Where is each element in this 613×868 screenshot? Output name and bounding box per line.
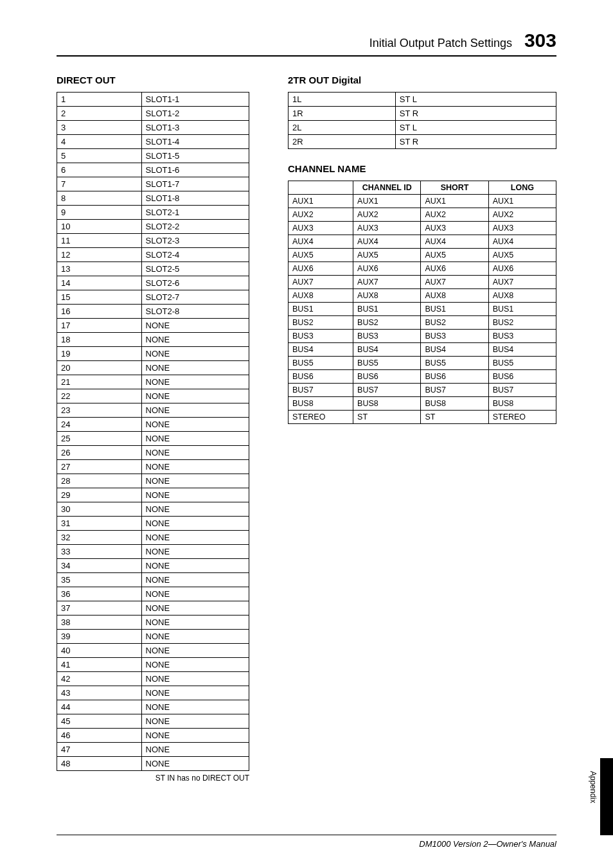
column-left: DIRECT OUT 1SLOT1-12SLOT1-23SLOT1-34SLOT… [57, 75, 249, 783]
page: Initial Output Patch Settings 303 DIRECT… [0, 0, 613, 868]
table-row: 10SLOT2-2 [57, 220, 249, 234]
table-cell: BUS7 [353, 384, 421, 397]
table-cell: SLOT1-3 [141, 121, 249, 135]
table-cell: NONE [141, 446, 249, 460]
table-cell: 18 [57, 333, 142, 347]
table-cell: AUX4 [289, 235, 353, 249]
table-cell: BUS3 [488, 330, 556, 343]
table-cell: STEREO [289, 411, 353, 424]
table-cell: 20 [57, 361, 142, 375]
table-row: 39NONE [57, 630, 249, 644]
table-cell: 9 [57, 206, 142, 220]
table-row: 7SLOT1-7 [57, 177, 249, 191]
table-cell: NONE [141, 729, 249, 743]
table-row: 1SLOT1-1 [57, 93, 249, 107]
direct-out-title: DIRECT OUT [57, 75, 249, 85]
table-cell: SLOT2-8 [141, 305, 249, 319]
table-cell: SLOT2-7 [141, 290, 249, 305]
table-cell: NONE [141, 375, 249, 389]
table-cell: 47 [57, 743, 142, 757]
table-cell: 35 [57, 573, 142, 587]
table-cell: BUS8 [421, 397, 488, 411]
table-cell: BUS5 [488, 357, 556, 370]
table-cell: NONE [141, 644, 249, 658]
table-cell: 24 [57, 418, 142, 432]
table-cell: SLOT1-4 [141, 135, 249, 149]
column-right: 2TR OUT Digital 1LST L1RST R2LST L2RST R… [288, 75, 556, 783]
table-cell: NONE [141, 616, 249, 630]
table-cell: 46 [57, 729, 142, 743]
table-cell: SLOT1-8 [141, 191, 249, 206]
table-row: 9SLOT2-1 [57, 206, 249, 220]
table-cell: NONE [141, 474, 249, 488]
table-row: 2RST R [289, 135, 556, 149]
table-cell: AUX2 [289, 208, 353, 222]
table-row: 32NONE [57, 531, 249, 545]
table-row: 2SLOT1-2 [57, 107, 249, 121]
table-cell: AUX8 [289, 289, 353, 303]
table-row: 24NONE [57, 418, 249, 432]
table-row: 27NONE [57, 460, 249, 474]
table-cell: BUS1 [353, 303, 421, 316]
table-cell: 31 [57, 517, 142, 531]
table-row: 29NONE [57, 488, 249, 502]
table-cell: BUS3 [289, 330, 353, 343]
table-cell: NONE [141, 630, 249, 644]
table-row: 47NONE [57, 743, 249, 757]
two-tr-out-table: 1LST L1RST R2LST L2RST R [288, 92, 556, 149]
table-cell: 36 [57, 587, 142, 601]
table-row: 45NONE [57, 714, 249, 729]
table-cell: STEREO [488, 411, 556, 424]
table-row: 18NONE [57, 333, 249, 347]
table-cell: NONE [141, 700, 249, 714]
table-row: 8SLOT1-8 [57, 191, 249, 206]
table-row: AUX1AUX1AUX1AUX1 [289, 195, 556, 208]
table-cell: BUS7 [488, 384, 556, 397]
table-row: 6SLOT1-6 [57, 163, 249, 177]
table-cell: SLOT1-7 [141, 177, 249, 191]
table-cell: NONE [141, 559, 249, 573]
table-cell: 39 [57, 630, 142, 644]
table-cell: 32 [57, 531, 142, 545]
table-row: 14SLOT2-6 [57, 276, 249, 290]
table-cell: AUX6 [289, 262, 353, 276]
table-cell: 1L [289, 93, 396, 107]
table-cell: 2L [289, 121, 396, 135]
table-row: STEREOSTSTSTEREO [289, 411, 556, 424]
table-row: 1RST R [289, 107, 556, 121]
table-cell: 21 [57, 375, 142, 389]
table-cell: NONE [141, 418, 249, 432]
table-row: 16SLOT2-8 [57, 305, 249, 319]
table-cell: BUS5 [289, 357, 353, 370]
table-cell: 22 [57, 389, 142, 403]
table-cell: NONE [141, 573, 249, 587]
table-cell: 2 [57, 107, 142, 121]
table-cell: 17 [57, 319, 142, 333]
header-title: Initial Output Patch Settings [369, 37, 512, 49]
table-cell: SLOT2-3 [141, 234, 249, 248]
table-row: 20NONE [57, 361, 249, 375]
table-cell: BUS4 [289, 343, 353, 357]
channel-name-header-1: CHANNEL ID [353, 181, 421, 195]
table-cell: AUX5 [289, 249, 353, 262]
table-cell: AUX8 [488, 289, 556, 303]
table-cell: AUX6 [488, 262, 556, 276]
table-cell: 5 [57, 149, 142, 163]
table-row: BUS6BUS6BUS6BUS6 [289, 370, 556, 384]
table-cell: NONE [141, 587, 249, 601]
table-cell: BUS6 [353, 370, 421, 384]
columns: DIRECT OUT 1SLOT1-12SLOT1-23SLOT1-34SLOT… [57, 75, 556, 783]
header-bar: Initial Output Patch Settings 303 [57, 28, 556, 57]
table-cell: NONE [141, 432, 249, 446]
table-cell: 16 [57, 305, 142, 319]
table-cell: AUX1 [289, 195, 353, 208]
table-cell: 10 [57, 220, 142, 234]
channel-name-title: CHANNEL NAME [288, 163, 556, 174]
table-row: 12SLOT2-4 [57, 248, 249, 262]
table-cell: ST L [395, 121, 556, 135]
table-cell: 6 [57, 163, 142, 177]
table-cell: 33 [57, 545, 142, 559]
table-cell: BUS2 [421, 316, 488, 330]
table-cell: NONE [141, 319, 249, 333]
table-row: 42NONE [57, 672, 249, 686]
